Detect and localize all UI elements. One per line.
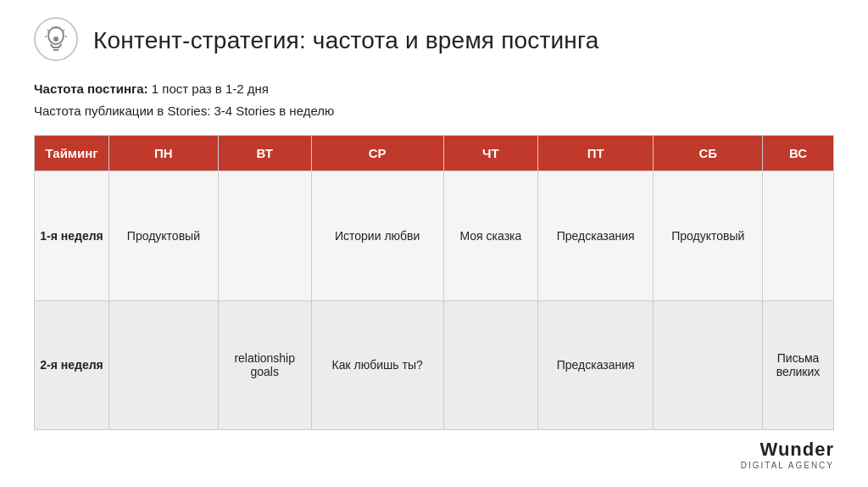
table-cell: Как любишь ты? (311, 300, 443, 430)
table-header-row: Тайминг ПН ВТ СР ЧТ ПТ СБ ВС (35, 136, 834, 171)
table-row: 2-я неделяrelationship goalsКак любишь т… (35, 300, 834, 430)
col-header-fri: ПТ (538, 136, 654, 171)
subtitle-bold: Частота постинга: (34, 81, 148, 96)
table-cell: relationship goals (218, 300, 311, 430)
subtitle-rest: 1 пост раз в 1-2 дня (148, 81, 269, 96)
col-header-mon: ПН (109, 136, 219, 171)
wunder-brand: Wunder DIGITAL AGENCY (741, 439, 834, 470)
page: Контент-стратегия: частота и время пости… (0, 0, 868, 487)
brand-subtitle: DIGITAL AGENCY (741, 461, 834, 470)
table-row: 1-я неделяПродуктовыйИстории любвиМоя ск… (35, 171, 834, 301)
svg-line-6 (63, 30, 64, 31)
svg-point-9 (53, 36, 58, 42)
col-header-sun: ВС (763, 136, 834, 171)
table-cell (109, 300, 219, 430)
svg-line-5 (47, 30, 49, 31)
col-header-sat: СБ (654, 136, 763, 171)
table-cell: Продуктовый (654, 171, 763, 301)
subtitle-line2: Частота публикации в Stories: 3-4 Storie… (34, 100, 834, 122)
page-title: Контент-стратегия: частота и время пости… (93, 27, 599, 54)
table-cell (218, 171, 311, 301)
table-cell (654, 300, 763, 430)
schedule-table: Тайминг ПН ВТ СР ЧТ ПТ СБ ВС 1-я неделяП… (34, 135, 834, 430)
table-cell: Предсказания (538, 171, 654, 301)
table-cell: Продуктовый (109, 171, 219, 301)
col-header-wed: СР (311, 136, 443, 171)
footer: Wunder DIGITAL AGENCY (34, 439, 834, 470)
row-label-2: 2-я неделя (35, 300, 109, 430)
col-header-tue: ВТ (218, 136, 311, 171)
brand-name: Wunder (760, 439, 834, 461)
row-label-1: 1-я неделя (35, 171, 109, 301)
table-cell: Моя сказка (443, 171, 537, 301)
table-cell: Предсказания (538, 300, 654, 430)
table-cell: Истории любви (311, 171, 443, 301)
header: Контент-стратегия: частота и время пости… (34, 17, 834, 64)
subtitle-area: Частота постинга: 1 пост раз в 1-2 дня Ч… (34, 78, 834, 121)
col-header-thu: ЧТ (443, 136, 537, 171)
table-cell: Письма великих (763, 300, 834, 430)
col-header-timing: Тайминг (35, 136, 109, 171)
subtitle-line1: Частота постинга: 1 пост раз в 1-2 дня (34, 78, 834, 100)
table-cell (763, 171, 834, 301)
table-cell (443, 300, 537, 430)
logo-icon (34, 17, 78, 64)
